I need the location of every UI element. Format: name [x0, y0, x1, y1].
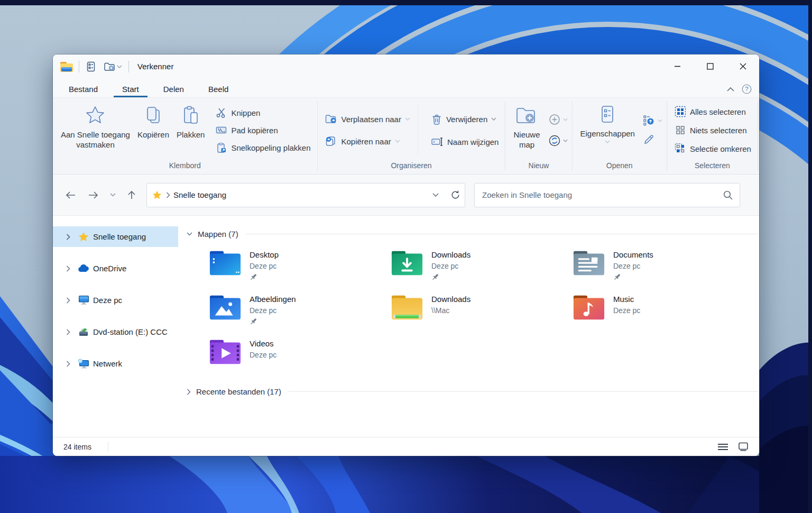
- tab-bestand[interactable]: Bestand: [60, 81, 106, 97]
- minimize-button[interactable]: [661, 54, 694, 78]
- folder-name: Afbeeldingen: [250, 295, 296, 304]
- address-bar[interactable]: Snelle toegang: [146, 183, 465, 207]
- arrow-left-icon: [66, 191, 76, 199]
- collapse-ribbon-icon[interactable]: [727, 87, 734, 91]
- sidebar-item-dvd-station[interactable]: Dvd-station (E:) CCC: [53, 322, 178, 342]
- folder-tile-videos[interactable]: Videos Deze pc: [209, 338, 391, 365]
- pin-icon: [250, 317, 296, 326]
- paste-shortcut-button[interactable]: Snelkoppeling plakken: [214, 141, 312, 154]
- copy-icon: [144, 105, 163, 126]
- select-all-button[interactable]: Alles selecteren: [672, 105, 753, 118]
- breadcrumb-chevron-icon: [166, 192, 170, 198]
- edit-button[interactable]: [643, 134, 662, 145]
- invert-selection-button[interactable]: Selectie omkeren: [672, 142, 753, 155]
- breadcrumb[interactable]: Snelle toegang: [173, 190, 226, 199]
- navigation-bar: Snelle toegang: [53, 175, 759, 216]
- details-view-button[interactable]: [716, 442, 730, 452]
- search-box[interactable]: [474, 183, 740, 207]
- expand-chevron-icon[interactable]: [66, 361, 70, 367]
- section-header-mappen[interactable]: Mappen (7): [187, 230, 759, 239]
- tab-start[interactable]: Start: [114, 81, 147, 97]
- copy-button[interactable]: Kopiëren: [134, 103, 173, 158]
- folder-tile-downloads-mac[interactable]: Downloads \\Mac: [391, 294, 573, 326]
- select-all-icon: [675, 106, 686, 117]
- easy-access-button[interactable]: [548, 134, 568, 147]
- expand-chevron-icon[interactable]: [187, 389, 191, 395]
- address-dropdown-icon[interactable]: [432, 193, 439, 197]
- scissors-icon: [216, 107, 227, 118]
- expand-chevron-icon[interactable]: [66, 234, 70, 240]
- back-button[interactable]: [63, 189, 78, 201]
- qat-properties-button[interactable]: [85, 60, 97, 73]
- pin-icon: [431, 273, 470, 281]
- expand-chevron-icon[interactable]: [66, 297, 70, 304]
- recent-locations-button[interactable]: [108, 191, 118, 199]
- collapse-chevron-icon[interactable]: [187, 232, 192, 236]
- group-label-selecteren: Selecteren: [671, 160, 753, 172]
- folder-tile-desktop[interactable]: Desktop Deze pc: [209, 249, 391, 281]
- cut-button[interactable]: Knippen: [214, 106, 312, 119]
- new-item-icon: [548, 113, 561, 126]
- invert-selection-icon: [675, 143, 686, 154]
- expand-chevron-icon[interactable]: [66, 265, 70, 272]
- onedrive-cloud-icon: [77, 264, 90, 272]
- paste-shortcut-icon: [216, 142, 227, 153]
- new-item-button[interactable]: [548, 113, 568, 126]
- sidebar-item-netwerk[interactable]: Netwerk: [53, 353, 178, 374]
- help-icon[interactable]: ?: [742, 84, 752, 94]
- folder-tile-documents[interactable]: Documents Deze pc: [573, 249, 759, 281]
- expand-chevron-icon[interactable]: [66, 329, 70, 335]
- navigation-pane: Snelle toegang OneDrive: [53, 216, 178, 437]
- pin-to-quick-access-button[interactable]: Aan Snelle toegang vastmaken: [57, 103, 134, 158]
- ribbon-group-organiseren: Verplaatsen naar Kopiëren naar: [318, 98, 505, 174]
- ribbon-group-openen: Eigenschappen: [573, 98, 667, 174]
- thumbnail-view-button[interactable]: [737, 441, 750, 452]
- section-header-recente-bestanden[interactable]: Recente bestanden (17): [187, 387, 759, 396]
- search-icon[interactable]: [723, 190, 733, 200]
- copy-to-icon: [325, 136, 338, 146]
- star-outline-icon: [85, 105, 106, 126]
- select-none-button[interactable]: Niets selecteren: [672, 123, 753, 137]
- sidebar-item-snelle-toegang[interactable]: Snelle toegang: [53, 226, 178, 247]
- titlebar-separator: [128, 61, 129, 72]
- dvd-drive-icon: [77, 327, 90, 337]
- pin-icon: [613, 273, 653, 281]
- chevron-down-icon: [658, 119, 662, 122]
- rename-button[interactable]: Naam wijzigen: [429, 135, 501, 148]
- tab-beeld[interactable]: Beeld: [200, 81, 237, 97]
- paste-button[interactable]: Plakken: [173, 103, 208, 158]
- copy-to-button[interactable]: Kopiëren naar: [323, 135, 412, 148]
- qat-new-folder-button[interactable]: [103, 60, 123, 73]
- explorer-app-icon: [60, 61, 73, 72]
- star-icon: [77, 232, 90, 242]
- forward-button[interactable]: [86, 189, 100, 201]
- search-input[interactable]: [481, 190, 723, 200]
- refresh-icon[interactable]: [450, 190, 460, 200]
- ribbon-group-klembord: Aan Snelle toegang vastmaken Kopiëren: [53, 98, 317, 174]
- sidebar-item-deze-pc[interactable]: Deze pc: [53, 290, 178, 310]
- up-button[interactable]: [125, 188, 138, 202]
- maximize-button[interactable]: [694, 54, 726, 78]
- move-to-button[interactable]: Verplaatsen naar: [323, 113, 412, 125]
- copy-path-button[interactable]: Pad kopiëren: [214, 124, 312, 136]
- folder-location: \\Mac: [431, 306, 470, 315]
- folder-name: Music: [613, 295, 640, 304]
- new-folder-button[interactable]: Nieuwe map: [510, 103, 543, 158]
- status-separator: [108, 442, 108, 452]
- move-to-icon: [325, 114, 338, 124]
- folder-tile-music[interactable]: Music Deze pc: [573, 294, 759, 326]
- ribbon-group-nieuw: Nieuwe map: [505, 98, 571, 174]
- properties-button[interactable]: Eigenschappen: [577, 103, 639, 158]
- folder-tile-afbeeldingen[interactable]: Afbeeldingen Deze pc: [209, 294, 391, 326]
- large-icons-view-icon: [738, 442, 749, 451]
- chevron-down-icon: [395, 140, 400, 143]
- tab-delen[interactable]: Delen: [155, 81, 192, 97]
- items-view: Mappen (7) Desktop Deze pc: [178, 216, 759, 437]
- folder-tile-downloads[interactable]: Downloads Deze pc: [391, 249, 573, 281]
- close-button[interactable]: [726, 54, 759, 78]
- delete-button[interactable]: Verwijderen: [429, 112, 501, 126]
- chevron-down-icon: [117, 65, 122, 68]
- history-button[interactable]: [643, 115, 662, 126]
- sidebar-item-onedrive[interactable]: OneDrive: [53, 258, 178, 279]
- music-folder-icon: [573, 294, 605, 321]
